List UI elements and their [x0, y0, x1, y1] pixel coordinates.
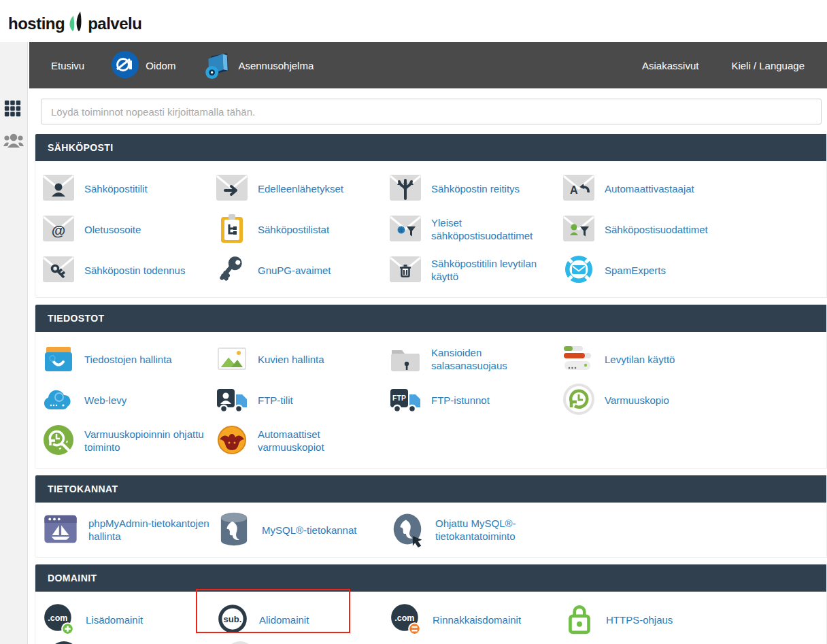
svg-text:FTP: FTP [392, 394, 406, 402]
nav-item-etusivu[interactable]: Etusivu [51, 60, 84, 71]
feature-item-label: Yleiset sähköpostisuodattimet [431, 217, 560, 243]
feature-item-s-hk-postin-todennus[interactable]: Sähköpostin todennus [42, 250, 216, 291]
feature-item-edelleenl-hetykset[interactable]: Edelleenlähetykset [216, 169, 389, 209]
feature-item-automaattiset-varmuuskopiot[interactable]: Automaattiset varmuuskopiot [216, 421, 389, 462]
envelope-key-icon [42, 253, 75, 288]
ftp-truck-icon: FTP [389, 383, 422, 418]
feature-item-rinnakkaisdomainit[interactable]: .comRinnakkaisdomainit [389, 599, 562, 641]
feature-item-label: Sähköpostisuodattimet [605, 224, 708, 237]
section-title: SÄHKÖPOSTI [48, 142, 114, 153]
section-header: DOMAINIT [35, 564, 826, 592]
feature-item-label: Rinnakkaisdomainit [433, 614, 521, 627]
feature-item-ohjattu-mysql-tietokantatoiminto[interactable]: Ohjattu MySQL®-tietokantatoiminto [389, 508, 562, 553]
nav-item-asennusohjelma[interactable]: Asennusohjelma [203, 50, 314, 81]
feature-item-label: Sähköpostin todennus [84, 265, 185, 277]
brand-logo-text-1: hosting [8, 16, 65, 32]
nav-item-asiakassivut[interactable]: Asiakassivut [642, 60, 698, 71]
svg-text:@: @ [52, 222, 65, 238]
envelope-trash-icon [389, 253, 422, 288]
feature-item-mysql-tietokannat[interactable]: MySQL®-tietokannat [216, 508, 389, 553]
feature-item-label: FTP-tilit [258, 394, 293, 407]
section-s-hk-posti: SÄHKÖPOSTISähköpostitilitEdelleenlähetyk… [35, 134, 827, 298]
feature-item-label: FTP-istunnot [431, 394, 490, 407]
brand-logo-text-2: palvelu [88, 16, 141, 32]
logo-drops-icon [66, 10, 86, 32]
search-input[interactable] [41, 99, 822, 124]
backup-wizard-icon [42, 424, 75, 459]
feature-item-spamexperts[interactable]: SpamExperts [562, 250, 736, 291]
nav-item-label: Asiakassivut [642, 60, 698, 71]
disk-usage-bars-icon [562, 342, 595, 377]
section-header: TIETOKANNAT [35, 475, 826, 503]
feature-item-https-ohjaus[interactable]: HTTPS-ohjaus [562, 599, 736, 641]
feature-item-label: Varmuuskopioinnin ohjattu toiminto [84, 428, 214, 454]
feature-item-ftp-istunnot[interactable]: FTPFTP-istunnot [389, 380, 562, 421]
feature-item-label: Sähköpostilistat [258, 224, 329, 237]
feature-item-automaattivastaajat[interactable]: AAutomaattivastaajat [562, 169, 736, 209]
feature-item-tiedostojen-hallinta[interactable]: Tiedostojen hallinta [42, 339, 216, 380]
feature-item-kuvien-hallinta[interactable]: Kuvien hallinta [216, 339, 389, 380]
feature-item-label: Alidomainit [259, 614, 309, 627]
section-header: SÄHKÖPOSTI [35, 134, 826, 161]
feature-item-label: Sähköpostitilit [84, 183, 148, 196]
feature-item-ftp-tilit[interactable]: FTP-tilit [216, 380, 389, 421]
feature-item-label: MySQL®-tietokannat [262, 524, 356, 537]
https-padlock-icon [562, 602, 596, 639]
jetbackup-bat-icon [216, 424, 248, 459]
feature-item-label: Oletusosoite [84, 224, 141, 237]
top-header: hosting palvelu [0, 0, 827, 42]
image-thumbnail-icon [216, 342, 248, 377]
nav-item-label: Etusivu [51, 60, 84, 71]
mailing-list-clipboard-icon [216, 212, 248, 248]
partial-dark-circle-icon[interactable] [49, 641, 79, 644]
navbar: EtusivuOidomAsennusohjelma AsiakassivutK… [29, 42, 827, 88]
feature-item-label: Automaattiset varmuuskopiot [258, 428, 387, 454]
feature-item-s-hk-postisuodattimet[interactable]: Sähköpostisuodattimet [562, 209, 736, 250]
oidom-logo-icon [112, 51, 139, 80]
nav-item-label: Oidom [146, 60, 175, 71]
mysql-cylinder-icon [216, 511, 252, 550]
ftp-truck-user-icon [216, 383, 248, 418]
feature-item-varmuuskopio[interactable]: Varmuuskopio [562, 380, 736, 421]
nav-item-kieli-language[interactable]: Kieli / Language [731, 60, 805, 71]
subdomain-circle-icon: sub. [216, 602, 250, 639]
feature-item-varmuuskopioinnin-ohjattu-toiminto[interactable]: Varmuuskopioinnin ohjattu toiminto [42, 421, 216, 462]
section-tiedostot: TIEDOSTOTTiedostojen hallintaKuvien hall… [35, 305, 827, 469]
main-content: SÄHKÖPOSTISähköpostitilitEdelleenlähetyk… [35, 88, 827, 644]
backup-restore-clock-icon [562, 383, 595, 418]
feature-item-s-hk-postitilit[interactable]: Sähköpostitilit [42, 169, 216, 209]
feature-item-yleiset-s-hk-postisuodattimet[interactable]: Yleiset sähköpostisuodattimet [389, 209, 562, 250]
feature-item-label: phpMyAdmin-tietokantojen hallinta [88, 518, 216, 543]
feature-item-phpmyadmin-tietokantojen-hallinta[interactable]: phpMyAdmin-tietokantojen hallinta [42, 508, 216, 553]
feature-item-oletusosoite[interactable]: @Oletusosoite [42, 209, 216, 250]
envelope-user-icon [42, 171, 75, 207]
feature-item-levytilan-k-ytt[interactable]: Levytilan käyttö [562, 339, 736, 380]
user-group-icon[interactable] [3, 130, 24, 153]
feature-item-kansioiden-salasanasuojaus[interactable]: Kansioiden salasanasuojaus [389, 339, 562, 380]
spamexperts-logo-icon [562, 253, 595, 288]
feature-item-lis-domainit[interactable]: .comLisädomainit [42, 599, 216, 641]
envelope-globe-filter-icon [389, 212, 422, 248]
nav-item-label: Kieli / Language [731, 60, 805, 71]
feature-item-label: Sähköpostitilin levytilan käyttö [431, 258, 560, 284]
feature-item-label: Sähköpostin reititys [431, 183, 520, 196]
feature-item-gnupg-avaimet[interactable]: GnuPG-avaimet [216, 250, 389, 291]
phpmyadmin-window-icon [42, 511, 79, 550]
section-header: TIEDOSTOT [35, 305, 826, 332]
section-domainit: DOMAINIT.comLisädomainitsub.Alidomainit.… [35, 564, 827, 644]
envelope-forward-arrow-icon [216, 171, 248, 207]
feature-item-s-hk-postin-reititys[interactable]: Sähköpostin reititys [389, 169, 562, 209]
apps-grid-icon[interactable] [3, 99, 24, 118]
feature-item-s-hk-postilistat[interactable]: Sähköpostilistat [216, 209, 389, 250]
nav-item-oidom[interactable]: Oidom [112, 51, 175, 80]
partial-gray-circle-icon[interactable] [225, 641, 255, 644]
dotcom-plus-icon: .com [42, 602, 76, 639]
feature-item-s-hk-postitilin-levytilan-k-ytt[interactable]: Sähköpostitilin levytilan käyttö [389, 250, 562, 291]
file-manager-box-icon [42, 342, 75, 377]
feature-item-web-levy[interactable]: Web-levy [42, 380, 216, 421]
feature-item-alidomainit[interactable]: sub.Alidomainit [216, 599, 389, 641]
section-title: TIETOKANNAT [48, 484, 118, 494]
brand-logo[interactable]: hosting palvelu [8, 10, 141, 32]
feature-item-label: Web-levy [84, 394, 126, 407]
section-title: DOMAINIT [48, 573, 97, 583]
